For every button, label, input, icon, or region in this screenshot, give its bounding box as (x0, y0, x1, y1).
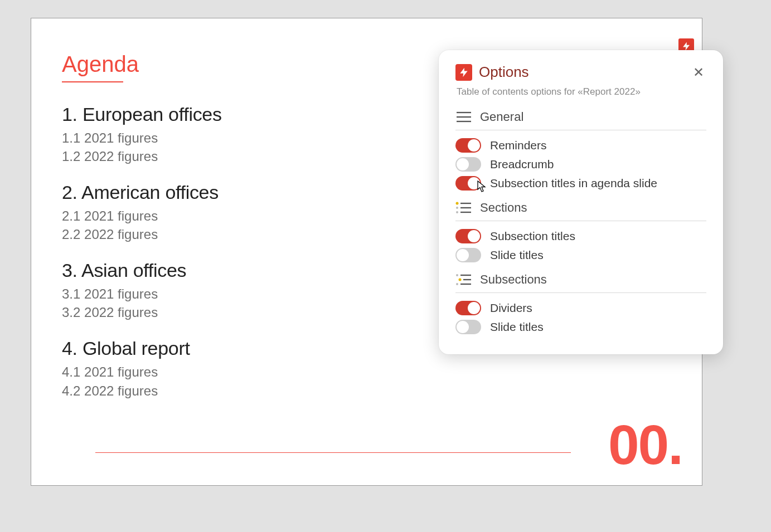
option-reminders: Reminders (455, 138, 706, 153)
panel-header: Options ✕ (455, 64, 706, 81)
toggle-slide-titles-sections[interactable] (455, 248, 481, 262)
slide-number: 00. (608, 413, 682, 477)
panel-title: Options (479, 64, 684, 81)
option-slide-titles-subsections: Slide titles (455, 320, 706, 334)
group-general: General Reminders Breadcrumb Subsection … (455, 110, 706, 191)
option-slide-titles-sections: Slide titles (455, 248, 706, 262)
toggle-reminders[interactable] (455, 138, 481, 153)
svg-point-11 (459, 279, 462, 281)
toggle-dividers[interactable] (455, 301, 481, 315)
svg-point-9 (456, 274, 458, 276)
option-label: Subsection titles in agenda slide (490, 177, 657, 190)
toggle-subsection-titles-agenda[interactable] (455, 176, 481, 191)
option-subsection-titles: Subsection titles (455, 229, 706, 243)
option-label: Slide titles (490, 320, 544, 334)
toggle-slide-titles-subsections[interactable] (455, 320, 481, 334)
svg-point-5 (456, 207, 458, 209)
group-subsections: Subsections Dividers Slide titles (455, 272, 706, 334)
slide-baseline (95, 452, 571, 453)
option-breadcrumb: Breadcrumb (455, 157, 706, 172)
option-label: Slide titles (490, 248, 544, 262)
group-header: Sections (455, 201, 706, 221)
list-bullet-icon (455, 201, 472, 214)
group-header: Subsections (455, 272, 706, 293)
toggle-subsection-titles[interactable] (455, 229, 481, 243)
options-panel: Options ✕ Table of contents options for … (439, 50, 723, 354)
option-label: Breadcrumb (490, 158, 554, 171)
bolt-icon (455, 64, 472, 81)
svg-point-3 (456, 202, 459, 205)
svg-point-7 (456, 211, 458, 213)
subsection: 4.2 2022 figures (62, 382, 671, 401)
svg-point-13 (456, 283, 458, 285)
toggle-breadcrumb[interactable] (455, 157, 481, 172)
group-label: Subsections (480, 272, 547, 287)
subsection: 4.1 2021 figures (62, 363, 671, 382)
group-sections: Sections Subsection titles Slide titles (455, 201, 706, 262)
list-sub-bullet-icon (455, 273, 472, 286)
option-label: Dividers (490, 301, 532, 315)
option-label: Subsection titles (490, 230, 575, 243)
group-label: General (480, 110, 523, 124)
group-header: General (455, 110, 706, 130)
option-subsection-titles-agenda: Subsection titles in agenda slide (455, 176, 706, 191)
group-label: Sections (480, 201, 527, 215)
title-underline (62, 81, 123, 82)
option-dividers: Dividers (455, 301, 706, 315)
hamburger-icon (455, 110, 472, 124)
close-icon[interactable]: ✕ (691, 65, 706, 80)
option-label: Reminders (490, 139, 547, 152)
panel-subtitle: Table of contents options for «Report 20… (457, 86, 706, 97)
